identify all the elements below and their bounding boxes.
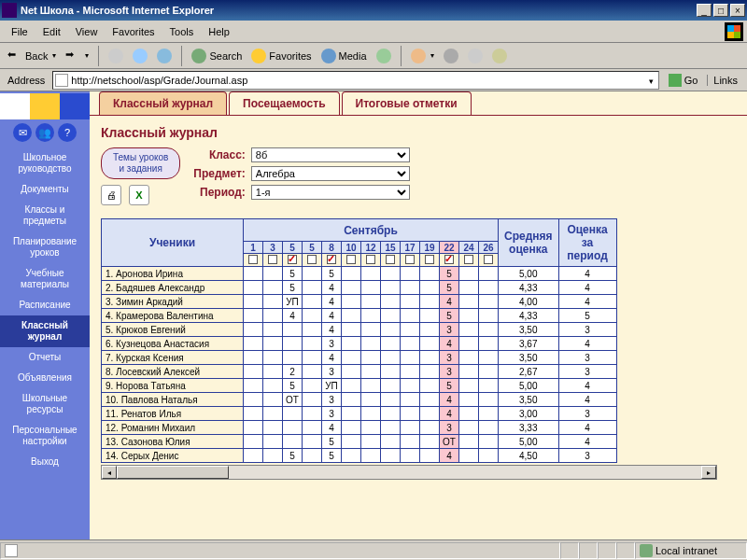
grade-cell[interactable] [361,323,381,337]
grade-cell[interactable] [283,323,303,337]
grade-cell[interactable]: ОТ [440,435,459,449]
grade-cell[interactable] [479,337,499,351]
grade-cell[interactable]: 4 [283,309,303,323]
grade-cell[interactable] [479,351,499,365]
back-button[interactable]: ⬅Back [4,47,60,65]
day-header[interactable]: 24 [459,242,479,254]
address-dropdown-icon[interactable] [646,75,656,86]
grade-cell[interactable] [361,421,381,435]
media-button[interactable]: Media [317,47,371,65]
grade-cell[interactable] [401,295,420,309]
refresh-button[interactable] [129,47,151,65]
grade-cell[interactable] [361,379,381,393]
print-button[interactable] [440,47,462,65]
mail-button[interactable] [407,47,438,65]
lessons-topics-button[interactable]: Темы уроков и задания [101,147,180,179]
grade-cell[interactable] [401,281,420,295]
edit-button[interactable] [464,47,486,65]
day-header[interactable]: 5 [303,242,322,254]
grade-cell[interactable] [401,323,420,337]
student-name[interactable]: 6. Кузнецова Анастасия [102,337,244,351]
grade-cell[interactable] [303,421,322,435]
grade-cell[interactable] [263,379,283,393]
scroll-thumb[interactable] [117,466,229,479]
sidebar-item-6[interactable]: Классный журнал [0,315,90,347]
close-button[interactable]: × [730,4,745,17]
grade-cell[interactable] [244,407,263,421]
grade-cell[interactable] [342,337,361,351]
sidebar-item-0[interactable]: Школьное руководство [0,147,90,179]
grade-cell[interactable] [479,281,499,295]
student-name[interactable]: 14. Серых Денис [102,449,244,463]
grade-cell[interactable] [459,435,479,449]
grade-cell[interactable] [459,323,479,337]
grade-cell[interactable] [303,449,322,463]
day-checkbox[interactable] [322,254,342,267]
grade-cell[interactable]: 4 [322,323,342,337]
day-checkbox[interactable] [283,254,303,267]
period-select[interactable]: 1-я [251,185,410,200]
grade-cell[interactable] [244,267,263,281]
grade-cell[interactable] [263,407,283,421]
grade-cell[interactable]: 4 [322,421,342,435]
grade-cell[interactable] [303,407,322,421]
minimize-button[interactable]: _ [697,4,712,17]
grade-cell[interactable] [283,351,303,365]
mail-sidebar-icon[interactable]: ✉ [13,123,32,142]
favorites-button[interactable]: Favorites [247,47,315,65]
grade-cell[interactable] [459,421,479,435]
grade-cell[interactable] [342,281,361,295]
grade-cell[interactable] [244,295,263,309]
grade-cell[interactable] [342,407,361,421]
grade-cell[interactable] [459,379,479,393]
grade-cell[interactable] [479,449,499,463]
grade-cell[interactable] [263,351,283,365]
grade-cell[interactable]: 5 [283,281,303,295]
history-button[interactable] [373,47,395,65]
grade-cell[interactable]: 3 [322,407,342,421]
grade-cell[interactable] [361,337,381,351]
day-checkbox[interactable] [381,254,401,267]
day-header[interactable]: 3 [263,242,283,254]
grade-cell[interactable] [401,393,420,407]
go-button[interactable]: Go [663,74,704,87]
grade-cell[interactable] [381,337,401,351]
grade-cell[interactable] [479,295,499,309]
grade-cell[interactable]: ОТ [283,393,303,407]
grade-cell[interactable] [263,337,283,351]
grade-cell[interactable] [401,267,420,281]
grade-cell[interactable] [381,379,401,393]
links-button[interactable]: Links [707,75,743,86]
grade-cell[interactable] [459,281,479,295]
grade-cell[interactable] [342,323,361,337]
grade-cell[interactable] [401,309,420,323]
grade-cell[interactable] [263,323,283,337]
grade-cell[interactable] [263,435,283,449]
grade-cell[interactable] [361,309,381,323]
grade-cell[interactable] [420,295,440,309]
grade-cell[interactable] [401,365,420,379]
grade-cell[interactable] [420,421,440,435]
grade-cell[interactable]: 2 [283,365,303,379]
grade-cell[interactable] [479,421,499,435]
day-checkbox[interactable] [361,254,381,267]
print-page-button[interactable]: 🖨 [101,185,121,205]
grade-cell[interactable] [381,281,401,295]
grade-cell[interactable] [303,281,322,295]
grade-cell[interactable] [244,309,263,323]
grade-cell[interactable] [263,295,283,309]
day-header[interactable]: 15 [381,242,401,254]
grade-cell[interactable] [420,365,440,379]
day-header[interactable]: 10 [342,242,361,254]
day-header[interactable]: 12 [361,242,381,254]
day-header[interactable]: 19 [420,242,440,254]
grade-cell[interactable] [401,421,420,435]
grade-cell[interactable] [283,337,303,351]
grade-cell[interactable] [479,379,499,393]
sidebar-item-7[interactable]: Отчеты [0,347,90,368]
grade-cell[interactable]: 4 [440,393,459,407]
grade-cell[interactable] [244,379,263,393]
grade-cell[interactable]: 4 [440,407,459,421]
grade-cell[interactable]: 5 [440,267,459,281]
maximize-button[interactable]: □ [713,4,728,17]
